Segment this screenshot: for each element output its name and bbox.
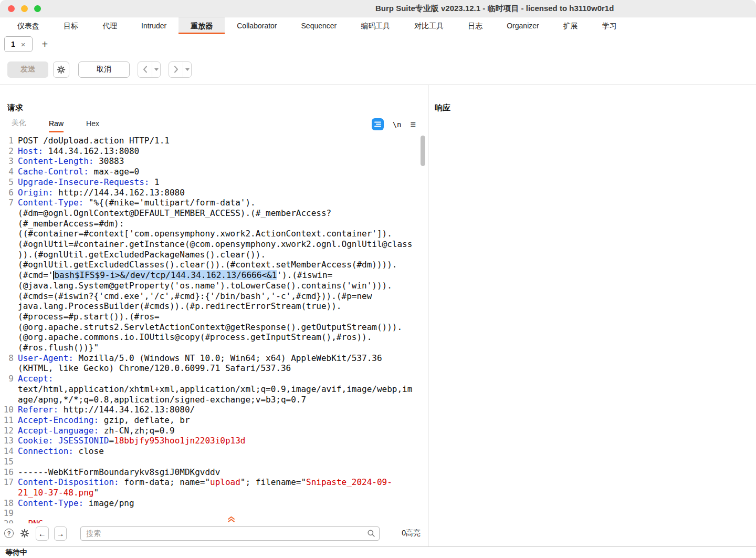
text-segment: Origin: bbox=[18, 188, 58, 198]
text-segment: Content-Disposition: bbox=[18, 477, 124, 487]
line-number: 2 bbox=[3, 146, 14, 157]
burp-window: Burp Suite专业版 v2023.12.1 - 临时项目 - licens… bbox=[0, 0, 756, 558]
close-tab-icon[interactable]: × bbox=[21, 40, 26, 48]
minimize-window-button[interactable] bbox=[21, 5, 28, 12]
editor-menu-button[interactable]: ≡ bbox=[410, 120, 416, 129]
cancel-button[interactable]: 取消 bbox=[78, 61, 130, 78]
tab-raw[interactable]: Raw bbox=[49, 119, 64, 132]
line-text[interactable]: POST /doUpload.action HTTP/1.1 bbox=[18, 136, 416, 146]
main-tab-organizer[interactable]: Organizer bbox=[495, 17, 551, 34]
search-input[interactable] bbox=[80, 526, 380, 541]
status-text: 等待中 bbox=[5, 548, 27, 557]
code-line: 1POST /doUpload.action HTTP/1.1 bbox=[3, 136, 428, 146]
line-number: 16 bbox=[3, 467, 14, 478]
text-segment: Cookie: bbox=[18, 436, 58, 446]
tab-hex[interactable]: Hex bbox=[86, 119, 99, 132]
text-segment: Accept-Language: bbox=[18, 426, 104, 436]
response-pane: 响应 bbox=[428, 85, 756, 546]
line-text[interactable]: Origin: http://144.34.162.13:8080 bbox=[18, 188, 416, 198]
line-text[interactable]: Connection: close bbox=[18, 446, 416, 457]
main-tab-collaborator[interactable]: Collaborator bbox=[225, 17, 289, 34]
text-segment: close bbox=[79, 446, 104, 456]
history-back-button[interactable] bbox=[138, 61, 161, 78]
text-segment: form-data; name=" bbox=[124, 477, 210, 487]
main-tab-proxy[interactable]: 代理 bbox=[90, 17, 129, 34]
text-segment: " bbox=[94, 488, 99, 498]
line-text[interactable]: Upgrade-Insecure-Requests: 1 bbox=[18, 177, 416, 188]
code-line: 18Content-Type: image/png bbox=[3, 498, 428, 509]
line-number: 14 bbox=[3, 446, 14, 457]
request-editor-code: 1POST /doUpload.action HTTP/1.12Host: 14… bbox=[0, 136, 428, 523]
text-segment: Accept: bbox=[18, 374, 58, 384]
main-tab-learn[interactable]: 学习 bbox=[590, 17, 629, 34]
line-text[interactable]: Accept-Language: zh-CN,zh;q=0.9 bbox=[18, 426, 416, 436]
repeater-tab-1[interactable]: 1 × bbox=[4, 36, 33, 52]
line-text[interactable] bbox=[18, 457, 416, 467]
main-tab-decoder[interactable]: 编码工具 bbox=[349, 17, 402, 34]
line-text[interactable]: Cookie: JSESSIONID=18bbjfy953hoo1jn2203i… bbox=[18, 436, 416, 446]
text-segment: 144.34.162.13:8080 bbox=[48, 146, 139, 156]
highlight-count: 0高亮 bbox=[402, 529, 421, 538]
text-segment: "; filename=" bbox=[240, 477, 306, 487]
message-panes: 请求 美化 Raw Hex \n ≡ bbox=[0, 85, 756, 546]
main-tab-comparer[interactable]: 对比工具 bbox=[402, 17, 456, 34]
chevron-left-icon bbox=[138, 62, 152, 77]
main-tab-extensions[interactable]: 扩展 bbox=[551, 17, 590, 34]
line-text[interactable]: Accept-Encoding: gzip, deflate, br bbox=[18, 415, 416, 426]
code-line: 7Content-Type: "%{(#nike='multipart/form… bbox=[3, 198, 428, 353]
line-text[interactable]: Cache-Control: max-age=0 bbox=[18, 167, 416, 177]
text-segment: Accept-Encoding: bbox=[18, 415, 104, 425]
line-text[interactable]: Content-Type: image/png bbox=[18, 498, 416, 509]
line-text[interactable]: Accept: text/html,application/xhtml+xml,… bbox=[18, 374, 416, 405]
repeater-tab-label: 1 bbox=[11, 40, 15, 48]
scroll-indicator-icon bbox=[227, 516, 235, 522]
line-text[interactable]: Host: 144.34.162.13:8080 bbox=[18, 146, 416, 157]
line-text[interactable]: User-Agent: Mozilla/5.0 (Windows NT 10.0… bbox=[18, 353, 416, 374]
line-number: 7 bbox=[3, 198, 14, 353]
traffic-lights bbox=[8, 5, 41, 12]
text-segment: Content-Type: bbox=[18, 198, 89, 208]
text-segment bbox=[18, 519, 28, 523]
titlebar: Burp Suite专业版 v2023.12.1 - 临时项目 - licens… bbox=[0, 0, 756, 17]
line-text[interactable]: PNG bbox=[18, 519, 416, 523]
line-text[interactable]: Content-Length: 30883 bbox=[18, 156, 416, 167]
search-field bbox=[80, 526, 380, 541]
line-text[interactable]: Content-Type: "%{(#nike='multipart/form-… bbox=[18, 198, 416, 353]
main-tab-intruder[interactable]: Intruder bbox=[129, 17, 178, 34]
prev-match-button[interactable]: ← bbox=[36, 526, 49, 541]
zoom-window-button[interactable] bbox=[34, 5, 41, 12]
text-segment: Cache-Control: bbox=[18, 167, 94, 177]
tab-pretty[interactable]: 美化 bbox=[12, 118, 26, 132]
history-back-dropdown-icon[interactable] bbox=[152, 62, 160, 77]
request-editor[interactable]: 1POST /doUpload.action HTTP/1.12Host: 14… bbox=[0, 132, 428, 523]
line-text[interactable]: Content-Disposition: form-data; name="up… bbox=[18, 477, 416, 498]
main-tab-sequencer[interactable]: Sequencer bbox=[289, 17, 349, 34]
text-segment: Connection: bbox=[18, 446, 79, 456]
line-text[interactable]: ------WebKitFormBoundarykv8sgiJ0MDKgvddv bbox=[18, 467, 416, 478]
add-tab-button[interactable]: + bbox=[42, 38, 48, 50]
scrollbar-thumb[interactable] bbox=[421, 136, 425, 166]
main-tab-logger[interactable]: 日志 bbox=[456, 17, 495, 34]
main-tab-target[interactable]: 目标 bbox=[51, 17, 90, 34]
pretty-print-button[interactable] bbox=[372, 118, 384, 130]
text-segment: upload bbox=[210, 477, 240, 487]
response-pane-title: 响应 bbox=[435, 103, 756, 112]
history-forward-button[interactable] bbox=[169, 61, 192, 78]
close-window-button[interactable] bbox=[8, 5, 15, 12]
history-forward-dropdown-icon[interactable] bbox=[183, 62, 191, 77]
text-segment: PNG bbox=[28, 519, 43, 523]
search-settings-button[interactable] bbox=[20, 529, 29, 538]
newline-toggle[interactable]: \n bbox=[393, 120, 402, 129]
next-match-button[interactable]: → bbox=[54, 526, 67, 541]
main-tab-dashboard[interactable]: 仪表盘 bbox=[5, 17, 51, 34]
code-line: 8User-Agent: Mozilla/5.0 (Windows NT 10.… bbox=[3, 353, 428, 374]
line-text[interactable]: Referer: http://144.34.162.13:8080/ bbox=[18, 405, 416, 415]
text-segment: = bbox=[109, 436, 114, 446]
code-line: 20 PNG bbox=[3, 519, 428, 523]
send-button[interactable]: 发送 bbox=[7, 61, 48, 78]
main-tab-repeater[interactable]: 重放器 bbox=[178, 17, 225, 34]
line-number: 17 bbox=[3, 477, 14, 498]
help-icon[interactable]: ? bbox=[4, 529, 14, 538]
line-text[interactable] bbox=[18, 508, 416, 519]
request-settings-button[interactable] bbox=[53, 61, 69, 78]
